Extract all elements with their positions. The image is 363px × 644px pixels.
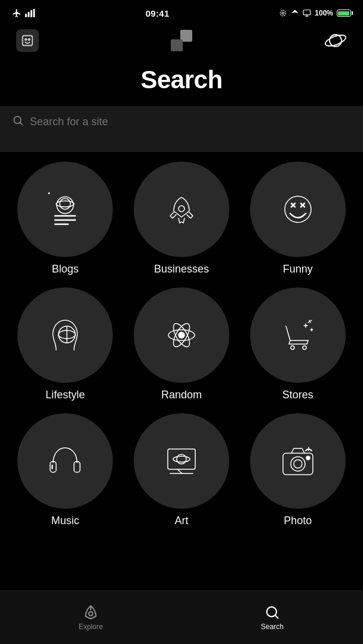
battery-percent: 100% [315, 9, 333, 17]
svg-point-25 [285, 196, 311, 222]
bottom-nav: Explore Search [0, 590, 363, 644]
svg-point-38 [303, 346, 306, 349]
svg-point-14 [324, 33, 347, 48]
bottom-nav-explore[interactable]: Explore [0, 591, 182, 644]
status-time: 09:41 [146, 8, 170, 18]
face-button[interactable] [14, 27, 41, 54]
category-circle-stores [250, 287, 346, 383]
category-circle-blogs [17, 162, 113, 257]
category-lifestyle[interactable]: Lifestyle [12, 287, 119, 401]
category-circle-lifestyle [17, 287, 113, 383]
status-left [12, 8, 36, 18]
page-title-container: Search [0, 60, 363, 106]
category-circle-businesses [134, 162, 229, 257]
category-circle-music [17, 413, 113, 509]
search-input[interactable] [30, 116, 351, 128]
category-art[interactable]: Art [128, 413, 235, 527]
category-music[interactable]: Music [12, 413, 119, 527]
explore-icon [83, 605, 99, 620]
svg-point-37 [291, 346, 294, 349]
svg-line-51 [177, 469, 182, 473]
svg-point-33 [179, 332, 184, 338]
svg-rect-1 [28, 12, 30, 17]
category-label-lifestyle: Lifestyle [45, 389, 85, 401]
svg-point-24 [179, 206, 184, 212]
screen-icon [303, 9, 311, 17]
svg-point-49 [173, 456, 190, 462]
category-circle-random [134, 287, 229, 383]
svg-point-17 [57, 197, 73, 213]
svg-rect-47 [168, 449, 195, 469]
svg-rect-2 [30, 10, 32, 17]
planet-icon [324, 29, 347, 52]
search-bar[interactable] [0, 106, 363, 138]
logo-icon [171, 30, 192, 51]
svg-point-4 [282, 12, 285, 14]
category-businesses[interactable]: Businesses [128, 162, 235, 275]
svg-point-12 [28, 39, 30, 41]
category-label-art: Art [174, 515, 188, 527]
category-label-stores: Stores [282, 389, 313, 401]
category-random[interactable]: Random [128, 287, 235, 401]
face-icon [16, 29, 39, 52]
explore-label: Explore [79, 623, 103, 631]
svg-rect-0 [25, 14, 27, 17]
status-right: 100% [279, 9, 351, 17]
search-label: Search [261, 623, 284, 631]
top-nav [0, 24, 363, 60]
category-photo[interactable]: Photo [244, 413, 351, 527]
svg-point-11 [25, 39, 27, 41]
svg-point-54 [294, 460, 302, 468]
svg-point-20 [56, 201, 74, 207]
svg-rect-3 [33, 9, 35, 17]
svg-rect-7 [303, 10, 310, 15]
svg-point-55 [306, 456, 310, 460]
page-title: Search [0, 66, 363, 94]
category-blogs[interactable]: Blogs [12, 162, 119, 275]
logo-button[interactable] [168, 27, 195, 54]
planet-button[interactable] [322, 27, 349, 54]
status-bar: 09:41 100% [0, 0, 363, 24]
category-circle-photo [250, 413, 346, 509]
search-bar-container [0, 106, 363, 152]
svg-line-60 [275, 615, 278, 618]
category-label-photo: Photo [284, 515, 312, 527]
signal-icon [25, 9, 36, 17]
svg-marker-6 [291, 10, 299, 13]
svg-point-5 [281, 10, 286, 16]
category-label-music: Music [51, 515, 79, 527]
svg-point-15 [14, 116, 21, 123]
svg-point-19 [60, 199, 70, 209]
category-label-random: Random [161, 389, 202, 401]
category-label-businesses: Businesses [154, 263, 209, 275]
category-circle-funny [250, 162, 346, 257]
svg-rect-10 [23, 36, 33, 46]
search-icon [12, 114, 24, 129]
svg-line-16 [20, 123, 23, 125]
bottom-nav-search[interactable]: Search [182, 591, 363, 644]
airplane-icon [12, 8, 21, 18]
location-icon [291, 9, 299, 17]
lock-icon [279, 9, 287, 17]
category-circle-art [134, 413, 229, 509]
svg-point-53 [291, 457, 305, 471]
category-funny[interactable]: Funny [244, 162, 351, 275]
category-label-funny: Funny [283, 263, 313, 275]
search-nav-icon [264, 605, 280, 620]
svg-point-57 [89, 611, 93, 615]
category-stores[interactable]: Stores [244, 287, 351, 401]
battery-indicator [337, 10, 351, 17]
categories-grid: Blogs Businesses [0, 152, 363, 587]
category-label-blogs: Blogs [52, 263, 79, 275]
